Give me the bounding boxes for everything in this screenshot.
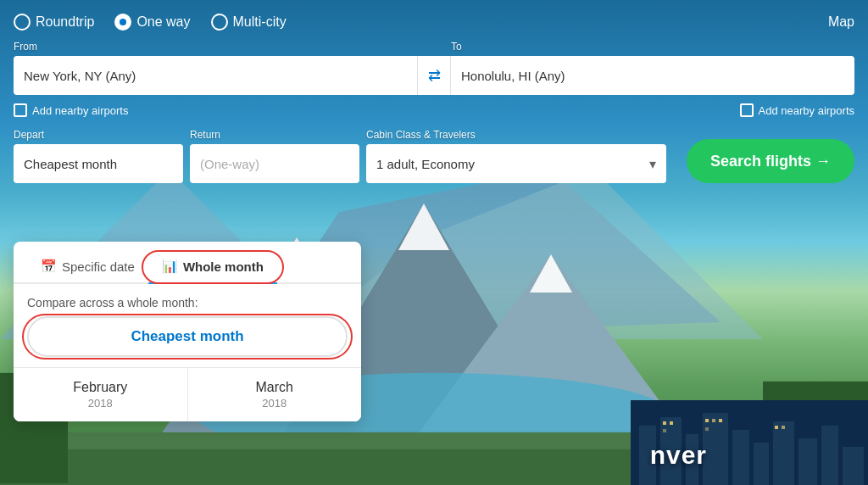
oneway-radio[interactable]: [114, 14, 131, 31]
cabin-select[interactable]: 1 adult, Economy: [366, 144, 666, 183]
to-label: To: [451, 41, 854, 53]
svg-rect-23: [821, 426, 838, 485]
svg-rect-31: [705, 427, 709, 431]
svg-rect-29: [712, 419, 715, 422]
svg-rect-32: [775, 426, 778, 429]
to-input[interactable]: [451, 56, 854, 95]
svg-rect-26: [670, 421, 673, 425]
from-input[interactable]: [14, 56, 417, 95]
oneway-label: One way: [136, 14, 190, 30]
svg-rect-25: [663, 421, 666, 425]
trip-type-row: Roundtrip One way Multi-city Map: [14, 14, 854, 31]
cheapest-month-container: Cheapest month: [27, 316, 348, 357]
nearby-row: Add nearby airports Add nearby airports: [14, 103, 854, 117]
nearby-from-label: Add nearby airports: [32, 104, 128, 117]
date-tab-row: 📅 Specific date 📊 Whole month: [14, 242, 361, 284]
from-group: From: [14, 41, 417, 95]
cabin-group: Cabin Class & Travelers 1 adult, Economy: [366, 129, 666, 183]
nearby-to-option[interactable]: Add nearby airports: [740, 103, 854, 117]
svg-rect-24: [843, 447, 864, 485]
nearby-from-option[interactable]: Add nearby airports: [14, 103, 128, 117]
to-group: To: [451, 41, 854, 95]
month-cell-feb[interactable]: February 2018: [14, 368, 187, 421]
compare-text: Compare across a whole month:: [14, 284, 361, 316]
return-group: Return: [190, 129, 359, 183]
map-link[interactable]: Map: [828, 14, 854, 30]
swap-icon: ⇄: [428, 66, 441, 85]
city-label: nver: [650, 441, 707, 470]
cheapest-month-button[interactable]: Cheapest month: [27, 316, 348, 357]
depart-group: Depart: [14, 129, 183, 183]
month-cell-mar[interactable]: March 2018: [188, 368, 362, 421]
nearby-to-checkbox[interactable]: [740, 103, 754, 117]
depart-input[interactable]: [14, 144, 183, 183]
return-label: Return: [190, 129, 359, 141]
nearby-to-label: Add nearby airports: [759, 104, 854, 117]
svg-rect-20: [754, 443, 769, 485]
month-year-feb: 2018: [27, 397, 174, 410]
date-picker-dropdown: 📅 Specific date 📊 Whole month Compare ac…: [14, 242, 361, 421]
cabin-select-wrapper: 1 adult, Economy: [366, 144, 666, 183]
svg-rect-27: [663, 429, 666, 432]
from-to-row: From ⇄ To: [14, 41, 854, 95]
month-name-feb: February: [27, 380, 174, 395]
nearby-from-checkbox[interactable]: [14, 103, 27, 117]
svg-rect-22: [798, 438, 817, 485]
date-row: Depart Return Cabin Class & Travelers 1 …: [14, 129, 854, 183]
svg-rect-33: [782, 426, 785, 429]
multicity-label: Multi-city: [233, 14, 287, 30]
roundtrip-option[interactable]: Roundtrip: [14, 14, 94, 31]
roundtrip-label: Roundtrip: [36, 14, 94, 30]
depart-label: Depart: [14, 129, 183, 141]
multicity-option[interactable]: Multi-city: [211, 14, 287, 31]
swap-button[interactable]: ⇄: [417, 56, 451, 95]
search-flights-label: Search flights →: [710, 153, 831, 170]
svg-rect-28: [705, 419, 709, 422]
calendar-icon: 📅: [41, 259, 57, 274]
roundtrip-radio[interactable]: [14, 14, 31, 31]
specific-date-label: Specific date: [62, 259, 135, 274]
month-grid: February 2018 March 2018: [14, 367, 361, 421]
specific-date-tab[interactable]: 📅 Specific date: [27, 252, 148, 284]
whole-month-tab[interactable]: 📊 Whole month: [148, 252, 277, 284]
return-input[interactable]: [190, 144, 359, 183]
search-flights-button[interactable]: Search flights →: [687, 139, 854, 183]
search-panel: Roundtrip One way Multi-city Map From ⇄ …: [0, 0, 868, 183]
svg-rect-21: [773, 421, 794, 485]
month-year-mar: 2018: [202, 397, 348, 410]
svg-rect-19: [732, 430, 749, 485]
whole-month-highlight: [142, 250, 284, 284]
svg-rect-30: [719, 419, 722, 422]
cabin-label: Cabin Class & Travelers: [366, 129, 666, 141]
oneway-option[interactable]: One way: [114, 14, 190, 31]
multicity-radio[interactable]: [211, 14, 228, 31]
month-name-mar: March: [202, 380, 348, 395]
from-label: From: [14, 41, 417, 53]
